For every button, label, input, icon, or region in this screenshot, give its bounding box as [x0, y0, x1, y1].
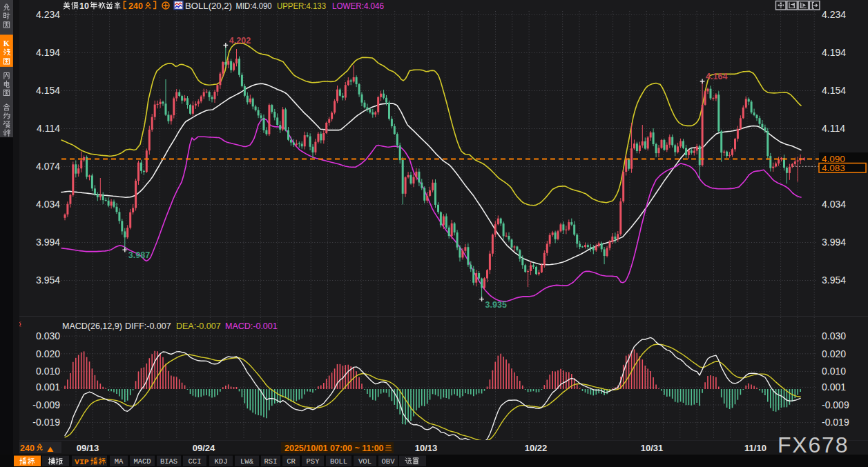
svg-text:-0.019: -0.019 [32, 417, 60, 428]
svg-text:4.074: 4.074 [36, 161, 60, 172]
svg-text:DIFF:-0.007: DIFF:-0.007 [125, 321, 171, 331]
svg-text:DEA:-0.007: DEA:-0.007 [176, 321, 221, 331]
svg-text:0.030: 0.030 [822, 330, 846, 341]
svg-text:4.154: 4.154 [822, 85, 846, 96]
svg-text:4.234: 4.234 [36, 9, 60, 20]
svg-text:240: 240 [128, 1, 143, 11]
svg-text:BIAS: BIAS [160, 457, 177, 466]
svg-text:3.994: 3.994 [36, 237, 60, 248]
svg-text:0.010: 0.010 [822, 366, 846, 377]
svg-text:CR: CR [287, 457, 296, 466]
svg-text:-0.019: -0.019 [822, 417, 849, 428]
svg-text:4.194: 4.194 [822, 47, 846, 58]
svg-text:10: 10 [79, 1, 89, 11]
svg-text:0.001: 0.001 [822, 381, 846, 393]
svg-text:LOWER:4.046: LOWER:4.046 [332, 1, 384, 11]
svg-text:3.994: 3.994 [822, 237, 846, 248]
svg-text:240: 240 [20, 444, 35, 453]
svg-text:0.020: 0.020 [822, 348, 846, 359]
svg-text:09/24: 09/24 [193, 443, 215, 453]
svg-text:-0.009: -0.009 [32, 399, 60, 410]
svg-text:10/13: 10/13 [415, 443, 438, 453]
svg-text:09/13: 09/13 [77, 443, 99, 453]
svg-text:4.114: 4.114 [822, 123, 845, 134]
svg-text:MACD: MACD [133, 457, 151, 466]
svg-text:RSI: RSI [264, 457, 278, 466]
svg-text:VIP: VIP [75, 457, 89, 466]
svg-text:4.154: 4.154 [36, 85, 60, 96]
svg-text:0.020: 0.020 [36, 348, 60, 359]
svg-text:4.114: 4.114 [37, 123, 60, 134]
svg-text:K: K [3, 39, 10, 48]
svg-text:11/10: 11/10 [744, 443, 766, 453]
svg-text:FX678: FX678 [778, 433, 849, 457]
svg-text:UPPER:4.133: UPPER:4.133 [277, 1, 326, 11]
svg-text:3.935: 3.935 [485, 300, 507, 310]
svg-text:KDJ: KDJ [215, 457, 228, 466]
svg-text:4.202: 4.202 [229, 36, 251, 46]
svg-text:10/31: 10/31 [641, 443, 664, 453]
svg-text:4.164: 4.164 [706, 72, 727, 81]
svg-text:OBV: OBV [382, 457, 396, 466]
svg-text:MACD:-0.001: MACD:-0.001 [225, 321, 278, 331]
svg-text:MID:4.090: MID:4.090 [236, 1, 272, 11]
svg-text:3.987: 3.987 [128, 250, 150, 260]
svg-text:PSY: PSY [307, 457, 320, 466]
svg-text:LW&: LW& [240, 457, 254, 466]
svg-text:4.034: 4.034 [36, 199, 60, 210]
svg-text:0.010: 0.010 [36, 366, 60, 377]
svg-text:MACD(26,12,9): MACD(26,12,9) [62, 321, 122, 331]
svg-text:MA: MA [115, 457, 124, 466]
svg-text:3.954: 3.954 [822, 275, 846, 286]
svg-text:2025/10/01 07:00 ~ 11:00: 2025/10/01 07:00 ~ 11:00 [284, 444, 384, 453]
svg-text:4.034: 4.034 [822, 199, 846, 210]
svg-text:BOLL: BOLL [330, 457, 347, 466]
svg-text:0.001: 0.001 [36, 381, 60, 393]
svg-text:VOL: VOL [358, 457, 372, 466]
svg-text:4.194: 4.194 [36, 47, 60, 58]
svg-text:-0.009: -0.009 [822, 399, 849, 410]
svg-text:CCI: CCI [189, 457, 202, 466]
svg-text:4.234: 4.234 [822, 9, 846, 20]
svg-text:3.954: 3.954 [36, 275, 60, 286]
svg-text:10/22: 10/22 [525, 443, 548, 453]
svg-text:0.030: 0.030 [36, 330, 60, 341]
svg-text:BOLL(20,2): BOLL(20,2) [185, 1, 232, 11]
svg-text:4.083: 4.083 [822, 163, 845, 173]
